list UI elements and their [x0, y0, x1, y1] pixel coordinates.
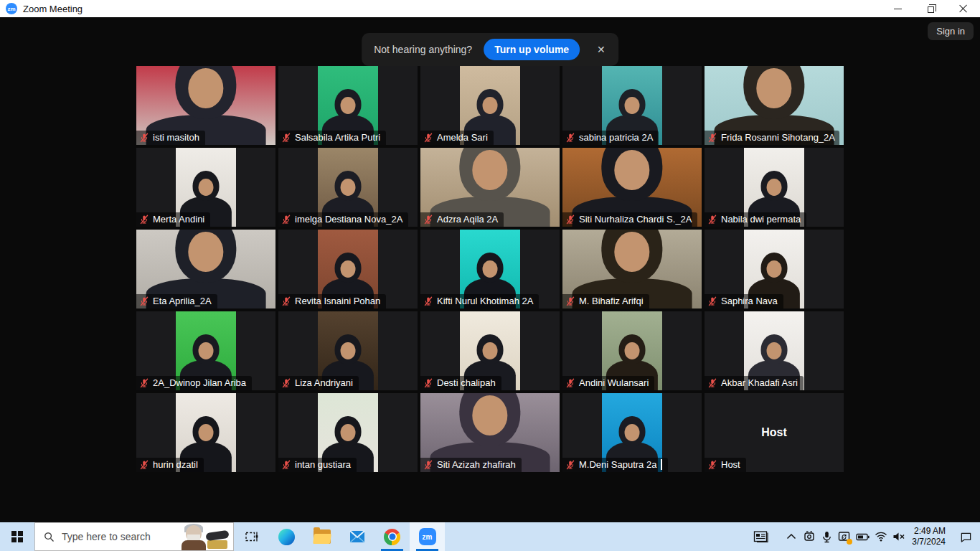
turn-up-volume-button[interactable]: Turn up volume: [484, 39, 580, 60]
participant-name-label: Desti chalipah: [420, 376, 501, 390]
action-center-button[interactable]: [951, 522, 980, 551]
participant-name: Amelda Sari: [437, 132, 488, 143]
participant-tile[interactable]: Merta Andini: [136, 148, 275, 227]
participant-name: Liza Andriyani: [295, 377, 353, 388]
muted-mic-icon: [565, 460, 575, 470]
participant-tile[interactable]: isti masitoh: [136, 66, 275, 145]
banner-close-icon[interactable]: ✕: [591, 42, 611, 57]
volume-muted-tray-icon[interactable]: [890, 522, 908, 551]
file-explorer-taskbar-button[interactable]: [304, 522, 339, 551]
muted-mic-icon: [423, 296, 433, 306]
participant-tile[interactable]: M. Bihafiz Arifqi: [562, 230, 702, 309]
muted-mic-icon: [707, 460, 717, 470]
participant-name-label: sabina patricia 2A: [562, 131, 659, 145]
chevron-up-tray-icon[interactable]: [782, 522, 800, 551]
participant-name-label: Liza Andriyani: [278, 376, 359, 390]
muted-mic-icon: [423, 460, 433, 470]
muted-mic-icon: [139, 215, 149, 225]
participant-tile[interactable]: Salsabila Artika Putri: [278, 66, 418, 145]
microphone-in-use-tray-icon[interactable]: [818, 522, 836, 551]
participant-name-label: Saphira Nava: [705, 294, 783, 309]
zoom-taskbar-button[interactable]: zm: [410, 522, 445, 551]
rename-cursor: [661, 459, 662, 470]
participant-name-label: hurin dzatil: [136, 458, 204, 472]
close-icon: [959, 4, 968, 13]
taskbar-search-box[interactable]: Type here to search: [34, 522, 234, 551]
participant-tile[interactable]: 2A_Dwinop Jilan Ariba: [136, 311, 275, 390]
participant-tile[interactable]: Liza Andriyani: [278, 311, 418, 390]
participant-name: Kifti Nurul Khotimah 2A: [437, 296, 533, 306]
participant-name: 2A_Dwinop Jilan Ariba: [153, 377, 246, 388]
start-button[interactable]: [0, 522, 34, 551]
participant-tile[interactable]: Host Host: [705, 393, 844, 472]
participant-name: Adzra Aqila 2A: [437, 214, 498, 225]
video-grid: isti masitoh Salsabila Artika Putri Amel…: [136, 66, 844, 472]
participant-name-label: Salsabila Artika Putri: [278, 131, 386, 145]
mail-taskbar-button[interactable]: [339, 522, 374, 551]
participant-name: Siti Azizah zhafirah: [437, 459, 516, 470]
participant-tile[interactable]: Nabila dwi permata: [705, 148, 844, 227]
window-title: Zoom Meeting: [23, 4, 83, 14]
participant-tile[interactable]: M.Deni Saputra 2a: [562, 393, 702, 472]
screen-update-tray-icon[interactable]: [836, 522, 854, 551]
participant-tile[interactable]: Kifti Nurul Khotimah 2A: [420, 230, 560, 309]
muted-mic-icon: [565, 215, 575, 225]
windows-taskbar: Type here to search zm: [0, 522, 980, 551]
title-bar: zm Zoom Meeting: [0, 0, 980, 17]
taskbar-apps: zm: [234, 522, 445, 551]
camera-in-use-tray-icon[interactable]: [800, 522, 818, 551]
participant-tile[interactable]: hurin dzatil: [136, 393, 275, 472]
participant-tile[interactable]: Andini Wulansari: [562, 311, 702, 390]
zoom-meeting-window: zm Zoom Meeting Sign in Not hearing anyt…: [0, 0, 980, 551]
participant-tile[interactable]: imelga Destiana Nova_2A: [278, 148, 418, 227]
maximize-button[interactable]: [914, 0, 947, 17]
edge-taskbar-button[interactable]: [269, 522, 304, 551]
news-widgets-tray-icon[interactable]: [749, 522, 773, 551]
participant-tile[interactable]: Amelda Sari: [420, 66, 560, 145]
muted-mic-icon: [139, 378, 149, 388]
participant-tile[interactable]: intan gustiara: [278, 393, 418, 472]
zoom-taskbar-icon: zm: [419, 528, 436, 545]
minimize-button[interactable]: [881, 0, 914, 17]
participant-tile[interactable]: Adzra Aqila 2A: [420, 148, 560, 227]
muted-mic-icon: [281, 378, 291, 388]
participant-name: Revita Isnaini Pohan: [295, 296, 380, 306]
close-button[interactable]: [947, 0, 980, 17]
participant-tile[interactable]: Frida Rosanni Sihotang_2A: [705, 66, 844, 145]
sign-in-button[interactable]: Sign in: [928, 22, 974, 40]
muted-mic-icon: [565, 378, 575, 388]
audio-notification-banner: Not hearing anything? Turn up volume ✕: [362, 33, 618, 66]
participant-name: hurin dzatil: [153, 459, 198, 470]
minimize-icon: [894, 9, 902, 9]
muted-mic-icon: [139, 460, 149, 470]
participant-name-label: M. Bihafiz Arifqi: [562, 294, 649, 309]
taskbar-clock[interactable]: 2:49 AM 3/7/2024: [908, 526, 951, 547]
task-view-icon: [245, 529, 259, 544]
notification-icon: [960, 531, 972, 543]
participant-name: Host: [721, 459, 740, 470]
chrome-taskbar-button[interactable]: [374, 522, 410, 551]
participant-tile[interactable]: Siti Nurhaliza Chardi S._2A: [562, 148, 702, 227]
participant-tile[interactable]: Siti Azizah zhafirah: [420, 393, 560, 472]
muted-mic-icon: [281, 460, 291, 470]
search-highlight-graphic[interactable]: [180, 523, 232, 550]
wifi-tray-icon[interactable]: [872, 522, 890, 551]
muted-mic-icon: [423, 133, 433, 143]
muted-mic-icon: [139, 133, 149, 143]
participant-name: Siti Nurhaliza Chardi S._2A: [579, 214, 692, 225]
muted-mic-icon: [423, 215, 433, 225]
mail-icon: [349, 529, 366, 545]
chrome-icon: [384, 528, 401, 545]
participant-tile[interactable]: sabina patricia 2A: [562, 66, 702, 145]
participant-tile[interactable]: Eta Aprilia_2A: [136, 230, 275, 309]
participant-name-label: Revita Isnaini Pohan: [278, 294, 386, 309]
muted-mic-icon: [423, 378, 433, 388]
clock-date: 3/7/2024: [912, 537, 946, 547]
muted-mic-icon: [565, 296, 575, 306]
battery-tray-icon[interactable]: [854, 522, 872, 551]
task-view-taskbar-button[interactable]: [234, 522, 269, 551]
participant-tile[interactable]: Saphira Nava: [705, 230, 844, 309]
participant-tile[interactable]: Desti chalipah: [420, 311, 560, 390]
participant-tile[interactable]: Revita Isnaini Pohan: [278, 230, 418, 309]
participant-tile[interactable]: Akbar Khadafi Asri: [705, 311, 844, 390]
